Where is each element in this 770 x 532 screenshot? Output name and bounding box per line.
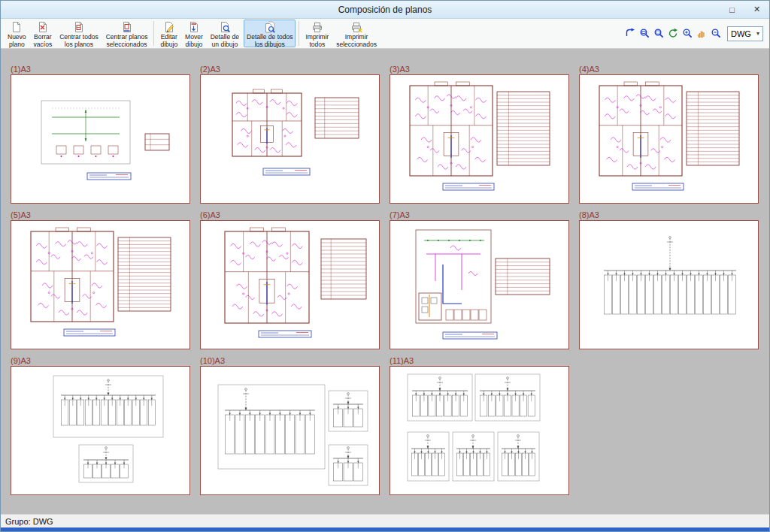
close-button[interactable]: ✕ [744, 1, 769, 18]
new-plan-button[interactable]: Nuevo plano [5, 20, 29, 47]
sheet-canvas[interactable] [200, 220, 380, 349]
sheet-label: (11)A3 [390, 356, 569, 366]
zoom-extents-icon[interactable] [652, 27, 665, 41]
detail-all-drawings-icon [264, 21, 276, 33]
zoom-in-icon[interactable] [681, 27, 694, 41]
move-drawing-icon [188, 21, 200, 33]
center-selected-plans-button[interactable]: Centrar planos seleccionados [103, 20, 151, 47]
titlebar: Composición de planos □ ✕ [1, 1, 769, 19]
view-toolbar [623, 20, 723, 47]
sheet-item: (5)A3 [11, 210, 190, 349]
sheet-item: (4)A3 [579, 65, 759, 204]
zoom-window-icon[interactable] [638, 27, 651, 41]
sheet-label: (2)A3 [200, 65, 380, 74]
sheet-label: (9)A3 [11, 356, 190, 366]
edit-drawing-button[interactable]: Editar dibujo [157, 20, 180, 47]
sheet-canvas[interactable] [390, 220, 569, 349]
window-title: Composición de planos [50, 5, 720, 15]
sheet-label: (10)A3 [200, 356, 380, 366]
toolbar-separator [299, 21, 299, 46]
sheet-item: (11)A3 [390, 356, 569, 495]
button-label: Borrar vacíos [34, 33, 53, 48]
button-label: Centrar todos los planos [59, 33, 99, 48]
button-label: Centrar planos seleccionados [106, 33, 148, 48]
previous-view-icon[interactable] [623, 27, 637, 41]
sheet-item: (10)A3 [200, 356, 380, 495]
sheet-label: (6)A3 [200, 210, 380, 220]
button-label: Detalle de todos los dibujos [247, 33, 293, 48]
zoom-out-icon[interactable] [709, 27, 723, 41]
sheet-item: (6)A3 [200, 210, 380, 349]
plan-area: (1)A3(2)A3(3)A3(4)A3(5)A3(6)A3(7)A3(8)A3… [1, 49, 769, 514]
toolbar: Nuevo plano Borrar vacíos Centrar todos … [1, 19, 769, 49]
detail-one-drawing-button[interactable]: Detalle de un dibujo [208, 20, 242, 47]
statusbar: Grupo: DWG [1, 514, 769, 527]
toolbar-separator [153, 21, 154, 46]
sheet-item: (1)A3 [11, 65, 190, 204]
delete-empty-button[interactable]: Borrar vacíos [31, 20, 56, 47]
sheet-canvas[interactable] [11, 74, 190, 204]
toolbar-spacer [380, 20, 623, 47]
edit-drawing-icon [163, 21, 175, 33]
sheet-canvas[interactable] [390, 366, 569, 495]
center-all-plans-icon [73, 21, 85, 33]
print-all-icon [311, 21, 323, 33]
sheet-canvas[interactable] [390, 74, 569, 204]
sheet-canvas[interactable] [11, 366, 190, 495]
format-select-value: DWG [731, 29, 751, 38]
sheet-grid: (1)A3(2)A3(3)A3(4)A3(5)A3(6)A3(7)A3(8)A3… [11, 65, 769, 502]
move-drawing-button[interactable]: Mover dibujo [182, 20, 206, 47]
sheet-canvas[interactable] [200, 74, 380, 204]
sheet-canvas[interactable] [200, 366, 380, 495]
app-window: Composición de planos □ ✕ Nuevo plano Bo… [0, 0, 770, 532]
button-label: Nuevo plano [8, 33, 26, 48]
detail-all-drawings-button[interactable]: Detalle de todos los dibujos [244, 20, 296, 47]
delete-empty-icon [37, 21, 49, 33]
sheet-item: (2)A3 [200, 65, 380, 204]
redraw-icon[interactable] [666, 27, 680, 41]
chevron-down-icon: ▾ [756, 30, 759, 37]
sheet-item: (3)A3 [390, 65, 569, 204]
sheet-label: (7)A3 [390, 210, 569, 220]
sheet-canvas[interactable] [11, 220, 190, 349]
print-selected-icon [350, 21, 362, 33]
print-selected-button[interactable]: Imprimir seleccionados [333, 20, 380, 47]
center-all-plans-button[interactable]: Centrar todos los planos [56, 20, 102, 47]
pan-icon[interactable] [695, 27, 708, 41]
button-label: Detalle de un dibujo [211, 33, 239, 48]
sheet-label: (8)A3 [579, 210, 759, 220]
maximize-button[interactable]: □ [720, 1, 744, 18]
sheet-label: (3)A3 [390, 65, 569, 74]
print-all-button[interactable]: Imprimir todos [302, 20, 332, 47]
statusbar-text: Grupo: DWG [5, 517, 53, 526]
sheet-canvas[interactable] [579, 74, 759, 204]
button-label: Imprimir seleccionados [336, 33, 377, 48]
sheet-label: (5)A3 [11, 210, 190, 220]
detail-one-drawing-icon [219, 21, 231, 33]
sheet-item: (9)A3 [11, 356, 190, 495]
button-label: Imprimir todos [305, 33, 329, 48]
sheet-label: (1)A3 [11, 65, 190, 74]
sheet-canvas[interactable] [579, 220, 759, 349]
center-selected-plans-icon [121, 21, 133, 33]
sheet-label: (4)A3 [579, 65, 759, 74]
sheet-item: (8)A3 [579, 210, 759, 349]
format-select[interactable]: DWG ▾ [727, 26, 763, 41]
button-label: Editar dibujo [160, 33, 177, 48]
taskbar-edge [1, 527, 769, 531]
new-plan-icon [11, 21, 23, 33]
sheet-item: (7)A3 [390, 210, 569, 349]
button-label: Mover dibujo [185, 33, 203, 48]
